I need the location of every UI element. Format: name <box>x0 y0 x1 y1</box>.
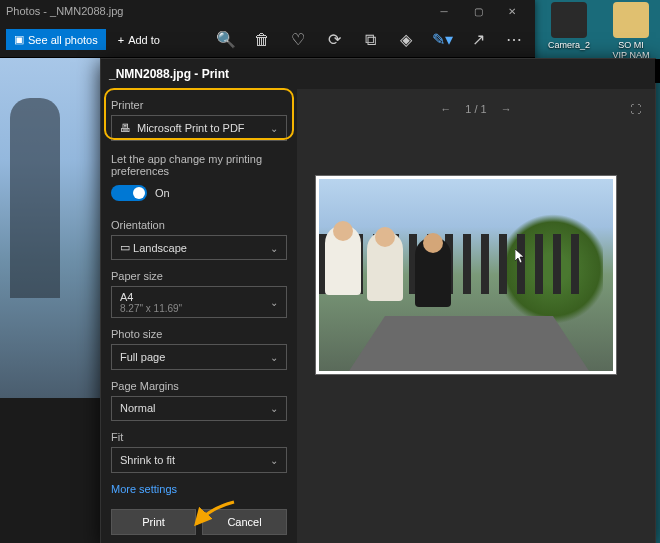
more-icon[interactable]: ⋯ <box>505 31 523 49</box>
favorite-icon[interactable]: ♡ <box>289 31 307 49</box>
pref-toggle[interactable] <box>111 185 147 201</box>
orientation-select[interactable]: ▭ Landscape ⌄ <box>111 235 287 261</box>
printer-icon: 🖶 <box>120 122 131 134</box>
search-icon[interactable]: ◈ <box>397 31 415 49</box>
more-settings-link[interactable]: More settings <box>111 483 287 495</box>
preview-page <box>315 175 617 375</box>
rotate-icon[interactable]: ⟳ <box>325 31 343 49</box>
chevron-down-icon: ⌄ <box>270 351 278 362</box>
share-icon[interactable]: ↗ <box>469 31 487 49</box>
print-button[interactable]: Print <box>111 509 196 535</box>
chevron-down-icon: ⌄ <box>270 242 278 253</box>
photo-size-select[interactable]: Full page ⌄ <box>111 344 287 370</box>
cursor-icon <box>515 249 527 265</box>
desktop-icon-camera2[interactable]: Camera_2 <box>548 2 590 60</box>
toggle-on-label: On <box>155 187 170 199</box>
print-preview-area: ← 1 / 1 → ⛶ <box>297 89 655 543</box>
photo-viewer <box>0 58 100 398</box>
printer-select[interactable]: 🖶 Microsoft Print to PDF ⌄ <box>111 115 287 141</box>
fit-label: Fit <box>111 431 287 443</box>
print-dialog-title: _NMN2088.jpg - Print <box>101 59 655 89</box>
toolbar: ▣ See all photos + Add to 🔍 🗑 ♡ ⟳ ⧉ ◈ ✎▾… <box>0 22 535 58</box>
margins-select[interactable]: Normal ⌄ <box>111 396 287 422</box>
add-to-button[interactable]: + Add to <box>110 30 168 50</box>
titlebar: Photos - _NMN2088.jpg ─ ▢ ✕ <box>0 0 535 22</box>
pref-line: Let the app change my printing preferenc… <box>111 153 287 177</box>
fit-page-icon[interactable]: ⛶ <box>630 103 641 115</box>
close-button[interactable]: ✕ <box>495 0 529 22</box>
chevron-down-icon: ⌄ <box>270 455 278 466</box>
cancel-button[interactable]: Cancel <box>202 509 287 535</box>
chevron-down-icon: ⌄ <box>270 122 278 133</box>
chevron-down-icon: ⌄ <box>270 297 278 308</box>
paper-select[interactable]: A4 8.27" x 11.69" ⌄ <box>111 286 287 317</box>
window-title: Photos - _NMN2088.jpg <box>6 5 427 17</box>
desktop-icon-somivip[interactable]: SO MI VIP NAM <box>610 2 652 60</box>
chevron-down-icon: ⌄ <box>270 403 278 414</box>
preview-photo <box>319 179 613 371</box>
minimize-button[interactable]: ─ <box>427 0 461 22</box>
orientation-icon: ▭ <box>120 241 130 254</box>
see-all-photos-button[interactable]: ▣ See all photos <box>6 29 106 50</box>
print-dialog: ✕ _NMN2088.jpg - Print Printer 🖶 Microso… <box>100 58 656 543</box>
photos-icon: ▣ <box>14 33 24 46</box>
delete-icon[interactable]: 🗑 <box>253 31 271 49</box>
printer-label: Printer <box>111 99 287 111</box>
margins-label: Page Margins <box>111 380 287 392</box>
edit-icon[interactable]: ✎▾ <box>433 31 451 49</box>
orientation-label: Orientation <box>111 219 287 231</box>
next-page-button[interactable]: → <box>501 103 512 115</box>
prev-page-button[interactable]: ← <box>440 103 451 115</box>
print-close-button[interactable]: ✕ <box>655 59 660 83</box>
crop-icon[interactable]: ⧉ <box>361 31 379 49</box>
zoom-icon[interactable]: 🔍 <box>217 31 235 49</box>
fit-select[interactable]: Shrink to fit ⌄ <box>111 447 287 473</box>
maximize-button[interactable]: ▢ <box>461 0 495 22</box>
paper-label: Paper size <box>111 270 287 282</box>
photo-size-label: Photo size <box>111 328 287 340</box>
plus-icon: + <box>118 34 124 46</box>
